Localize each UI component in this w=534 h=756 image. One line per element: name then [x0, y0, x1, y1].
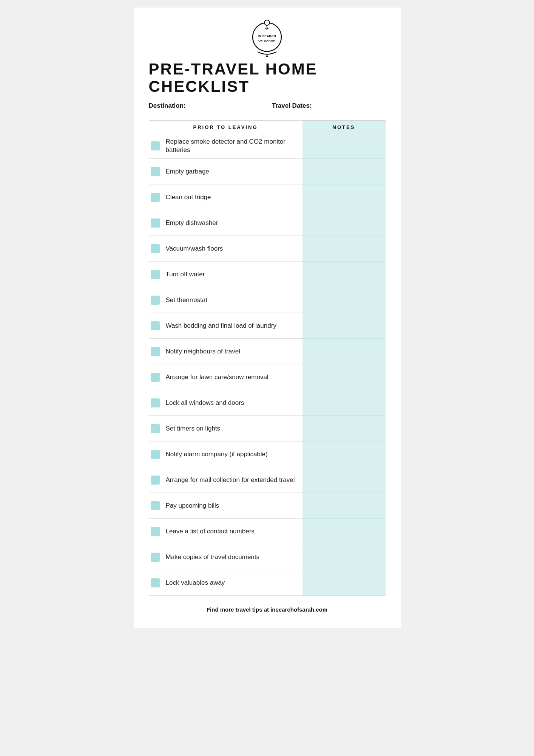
- checklist-item-text: Clean out fridge: [166, 193, 211, 201]
- checklist-left-cell: Vacuum/wash floors: [149, 236, 302, 262]
- checklist-item-text: Replace smoke detector and CO2 monitor b…: [166, 138, 299, 154]
- checklist-notes-cell[interactable]: [302, 133, 386, 159]
- checklist-item-text: Empty dishwasher: [166, 219, 218, 227]
- checklist-left-cell: Leave a list of contact numbers: [149, 519, 302, 544]
- checklist-notes-cell[interactable]: [302, 416, 386, 442]
- checklist-row: Empty garbage: [149, 159, 386, 184]
- fields-row: Destination: Travel Dates:: [149, 102, 386, 110]
- checklist-left-cell: Arrange for mail collection for extended…: [149, 467, 302, 493]
- checkbox[interactable]: [151, 218, 160, 228]
- checklist-item-text: Leave a list of contact numbers: [166, 527, 255, 536]
- checklist-row: Notify alarm company (if applicable): [149, 442, 386, 467]
- checklist-row: Leave a list of contact numbers: [149, 519, 386, 544]
- checklist-row: Arrange for lawn care/snow removal: [149, 364, 386, 390]
- checklist-item-text: Notify neighbours of travel: [166, 347, 241, 356]
- checklist-notes-cell[interactable]: [302, 159, 386, 184]
- column-headers: PRIOR TO LEAVING NOTES: [149, 121, 386, 133]
- svg-point-5: [266, 56, 268, 57]
- checklist-left-cell: Replace smoke detector and CO2 monitor b…: [149, 133, 302, 159]
- footer: Find more travel tips at insearchofsarah…: [149, 606, 386, 613]
- destination-field: Destination:: [149, 102, 249, 110]
- svg-text:IN SEARCH: IN SEARCH: [258, 34, 276, 38]
- checkbox[interactable]: [151, 424, 160, 433]
- travel-dates-field: Travel Dates:: [272, 102, 375, 110]
- checklist-row: Arrange for mail collection for extended…: [149, 467, 386, 493]
- checkbox[interactable]: [151, 193, 160, 202]
- checklist-left-cell: Empty garbage: [149, 159, 302, 184]
- checklist-notes-cell[interactable]: [302, 570, 386, 596]
- checklist-notes-cell[interactable]: [302, 493, 386, 519]
- checklist-notes-cell[interactable]: [302, 313, 386, 339]
- checkbox[interactable]: [151, 373, 160, 382]
- checkbox[interactable]: [151, 321, 160, 330]
- checklist-item-text: Set timers on lights: [166, 424, 221, 433]
- svg-text:OF SARAH: OF SARAH: [258, 39, 276, 42]
- checklist-item-text: Wash bedding and final load of laundry: [166, 322, 276, 330]
- checklist-left-cell: Empty dishwasher: [149, 210, 302, 236]
- checkbox[interactable]: [151, 527, 160, 536]
- checklist-left-cell: Notify neighbours of travel: [149, 339, 302, 364]
- checkbox[interactable]: [151, 296, 160, 305]
- checklist-notes-cell[interactable]: [302, 544, 386, 570]
- checklist-left-cell: Turn off water: [149, 262, 302, 287]
- checklist-row: Replace smoke detector and CO2 monitor b…: [149, 133, 386, 159]
- checklist-row: Turn off water: [149, 262, 386, 287]
- checklist-notes-cell[interactable]: [302, 390, 386, 416]
- checkbox[interactable]: [151, 578, 160, 587]
- checklist-row: Wash bedding and final load of laundry: [149, 313, 386, 339]
- checklist-notes-cell[interactable]: [302, 262, 386, 287]
- checklist-notes-cell[interactable]: [302, 519, 386, 544]
- checklist-item-text: Pay upcoming bills: [166, 502, 219, 510]
- checklist-notes-cell[interactable]: [302, 442, 386, 467]
- travel-dates-label: Travel Dates:: [272, 102, 312, 110]
- checkbox[interactable]: [151, 476, 160, 485]
- checklist-left-cell: Wash bedding and final load of laundry: [149, 313, 302, 339]
- checklist-notes-cell[interactable]: [302, 339, 386, 364]
- checklist-item-text: Lock valuables away: [166, 579, 225, 587]
- checkbox[interactable]: [151, 501, 160, 510]
- checklist-item-text: Make copies of travel documents: [166, 553, 260, 561]
- checklist-notes-cell[interactable]: [302, 210, 386, 236]
- checklist-left-cell: Set thermostat: [149, 287, 302, 313]
- checkbox[interactable]: [151, 450, 160, 459]
- checklist-row: Set timers on lights: [149, 416, 386, 442]
- travel-dates-input[interactable]: [315, 102, 375, 109]
- checkbox[interactable]: [151, 347, 160, 356]
- checklist-left-cell: Pay upcoming bills: [149, 493, 302, 519]
- checkbox[interactable]: [151, 167, 160, 176]
- checklist-left-cell: Arrange for lawn care/snow removal: [149, 364, 302, 390]
- checklist-notes-cell[interactable]: [302, 287, 386, 313]
- checklist-row: Set thermostat: [149, 287, 386, 313]
- checklist-container: Replace smoke detector and CO2 monitor b…: [149, 133, 386, 596]
- page-title: PRE-TRAVEL HOME CHECKLIST: [149, 60, 386, 95]
- page: ✈ IN SEARCH OF SARAH PRE-TRAVEL HOME CHE…: [134, 8, 401, 628]
- svg-point-1: [264, 20, 270, 25]
- checkbox[interactable]: [151, 141, 160, 150]
- checklist-notes-cell[interactable]: [302, 236, 386, 262]
- checklist-left-cell: Lock valuables away: [149, 570, 302, 596]
- checklist-row: Vacuum/wash floors: [149, 236, 386, 262]
- destination-input[interactable]: [189, 102, 249, 109]
- checklist-row: Make copies of travel documents: [149, 544, 386, 570]
- checklist-row: Lock all windows and doors: [149, 390, 386, 416]
- checklist-item-text: Empty garbage: [166, 167, 209, 176]
- prior-to-leaving-header: PRIOR TO LEAVING: [149, 121, 302, 133]
- checklist-left-cell: Lock all windows and doors: [149, 390, 302, 416]
- checklist-row: Notify neighbours of travel: [149, 339, 386, 364]
- checklist-left-cell: Set timers on lights: [149, 416, 302, 442]
- checklist-item-text: Arrange for lawn care/snow removal: [166, 373, 269, 381]
- checkbox[interactable]: [151, 398, 160, 407]
- checklist-row: Clean out fridge: [149, 184, 386, 210]
- logo-area: ✈ IN SEARCH OF SARAH: [149, 19, 386, 57]
- checkbox[interactable]: [151, 553, 160, 562]
- checklist-row: Empty dishwasher: [149, 210, 386, 236]
- checklist-left-cell: Clean out fridge: [149, 184, 302, 210]
- checklist-notes-cell[interactable]: [302, 364, 386, 390]
- checklist-notes-cell[interactable]: [302, 467, 386, 493]
- checkbox[interactable]: [151, 244, 160, 253]
- checklist-left-cell: Make copies of travel documents: [149, 544, 302, 570]
- destination-label: Destination:: [149, 102, 186, 110]
- checklist-row: Pay upcoming bills: [149, 493, 386, 519]
- checkbox[interactable]: [151, 270, 160, 279]
- checklist-notes-cell[interactable]: [302, 184, 386, 210]
